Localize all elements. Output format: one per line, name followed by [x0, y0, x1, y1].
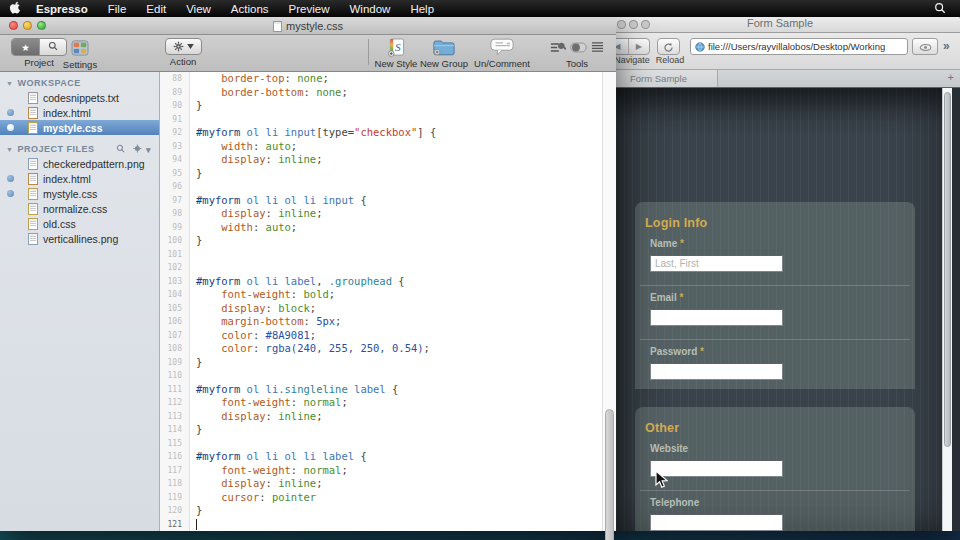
code-line[interactable]: }	[196, 423, 602, 437]
code-line[interactable]: #myform ol li.singleline label {	[196, 383, 602, 397]
code-line[interactable]: width: auto;	[196, 221, 602, 235]
code-line[interactable]: #myform ol li label, .grouphead {	[196, 275, 602, 289]
code-line[interactable]: }	[196, 504, 602, 518]
disclosure-triangle-icon[interactable]: ▼	[6, 80, 13, 87]
menu-item-espresso[interactable]: Espresso	[30, 3, 98, 15]
sidebar-item-index-html[interactable]: index.html	[0, 171, 159, 186]
disclosure-triangle-icon[interactable]: ▼	[6, 146, 13, 153]
email-input[interactable]	[650, 309, 783, 326]
sidebar-item-verticallines-png[interactable]: verticallines.png	[0, 231, 159, 246]
required-asterisk: *	[679, 292, 683, 303]
code-line[interactable]: }	[196, 234, 602, 248]
code-line[interactable]: display: inline;	[196, 477, 602, 491]
editor-scrollbar[interactable]	[602, 72, 616, 531]
code-line[interactable]: #myform ol li ol li label {	[196, 450, 602, 464]
menu-item-preview[interactable]: Preview	[279, 3, 340, 15]
code-line[interactable]: margin-bottom: 5px;	[196, 315, 602, 329]
code-line[interactable]: display: block;	[196, 302, 602, 316]
sidebar-section-gap	[0, 135, 159, 142]
code-line[interactable]	[196, 261, 602, 275]
code-line[interactable]	[196, 180, 602, 194]
sidebar-item-old-css[interactable]: old.css	[0, 216, 159, 231]
menu-item-view[interactable]: View	[176, 3, 221, 15]
code-editor[interactable]: 8889909192939495969798991001011021031041…	[160, 72, 616, 531]
code-line[interactable]: font-weight: bold;	[196, 288, 602, 302]
code-line[interactable]: #myform ol li input[type="checkbox"] {	[196, 126, 602, 140]
required-asterisk: *	[700, 346, 704, 357]
spotlight-icon[interactable]	[920, 2, 960, 16]
action-button[interactable]: Action	[155, 38, 211, 67]
uncomment-button[interactable]: # Un/Comment	[470, 37, 534, 69]
settings-button[interactable]: Settings	[56, 38, 104, 70]
new-tab-button[interactable]: +	[948, 71, 954, 83]
reload-button[interactable]	[657, 38, 680, 55]
line-number: 109	[160, 356, 189, 370]
code-area[interactable]: border-top: none; border-bottom: none;}#…	[196, 72, 602, 531]
code-line[interactable]: color: rgba(240, 255, 250, 0.54);	[196, 342, 602, 356]
chevron-down-icon	[187, 44, 194, 49]
code-line[interactable]	[196, 369, 602, 383]
line-number: 91	[160, 113, 189, 127]
new-style-button[interactable]: S New Style	[372, 37, 420, 69]
code-line[interactable]: font-weight: normal;	[196, 396, 602, 410]
code-line[interactable]: }	[196, 167, 602, 181]
espresso-title-bar[interactable]: mystyle.css	[0, 17, 616, 35]
code-line[interactable]	[196, 248, 602, 262]
menu-item-help[interactable]: Help	[400, 3, 444, 15]
sidebar-item-normalize-css[interactable]: normalize.css	[0, 201, 159, 216]
sidebar-item-mystyle-css[interactable]: mystyle.css	[0, 186, 159, 201]
screen: Espresso File Edit View Actions Preview …	[0, 0, 960, 540]
code-line[interactable]: }	[196, 356, 602, 370]
code-line[interactable]: border-top: none;	[196, 72, 602, 86]
browser-scrollbar-thumb[interactable]	[944, 92, 951, 447]
code-line[interactable]: #myform ol li ol li input {	[196, 194, 602, 208]
code-line[interactable]: display: inline;	[196, 207, 602, 221]
sidebar-item-checkeredpattern-png[interactable]: checkeredpattern.png	[0, 156, 159, 171]
menu-item-window[interactable]: Window	[339, 3, 400, 15]
sidebar-section-header[interactable]: ▼WORKSPACE	[0, 76, 159, 90]
browser-scrollbar[interactable]	[942, 88, 952, 531]
code-line[interactable]	[196, 113, 602, 127]
code-line[interactable]: font-weight: normal;	[196, 464, 602, 478]
code-line[interactable]	[196, 518, 602, 532]
editor-scrollbar-thumb[interactable]	[605, 409, 614, 540]
password-input[interactable]	[650, 363, 783, 380]
file-icon	[28, 218, 38, 230]
code-line[interactable]: display: inline;	[196, 410, 602, 424]
url-field[interactable]: file:///Users/rayvillalobos/Desktop/Work…	[690, 38, 908, 55]
apple-menu-icon[interactable]	[0, 1, 30, 16]
tab-form-sample[interactable]: Form Sample	[600, 70, 718, 87]
sidebar: ▼WORKSPACEcodesnippets.txtindex.htmlmyst…	[0, 72, 160, 531]
code-line[interactable]: border-bottom: none;	[196, 86, 602, 100]
menu-item-file[interactable]: File	[98, 3, 137, 15]
line-number: 103	[160, 275, 189, 289]
new-group-button[interactable]: New Group	[418, 37, 470, 69]
forward-icon[interactable]: ▶	[629, 39, 650, 54]
telephone-input[interactable]	[650, 514, 783, 531]
toolbar-overflow-chevron[interactable]: »	[943, 39, 950, 53]
browser-toolbar: ◀▶ file:///Users/rayvillalobos/Desktop/W…	[600, 33, 960, 70]
new-group-label: New Group	[418, 58, 470, 69]
menu-item-actions[interactable]: Actions	[221, 3, 279, 15]
code-line[interactable]: width: auto;	[196, 140, 602, 154]
star-icon[interactable]: ★	[12, 39, 39, 55]
gear-menu-icon[interactable]: ▾	[133, 144, 151, 155]
code-line[interactable]: display: inline;	[196, 153, 602, 167]
search-icon[interactable]	[116, 144, 125, 155]
code-line[interactable]: }	[196, 99, 602, 113]
name-input[interactable]	[650, 255, 783, 272]
code-line[interactable]	[196, 437, 602, 451]
code-line[interactable]: color: #8A9081;	[196, 329, 602, 343]
sidebar-item-codesnippets-txt[interactable]: codesnippets.txt	[0, 90, 159, 105]
file-icon	[28, 122, 38, 134]
browser-window-title: Form Sample	[600, 17, 960, 29]
sidebar-item-index-html[interactable]: index.html	[0, 105, 159, 120]
code-line[interactable]: cursor: pointer	[196, 491, 602, 505]
sidebar-section-header[interactable]: ▼PROJECT FILES ▾	[0, 142, 159, 156]
preview-eye-button[interactable]	[912, 38, 938, 55]
settings-icon	[71, 40, 89, 56]
tools-group[interactable]: Tools	[545, 37, 609, 69]
sidebar-item-mystyle-css[interactable]: mystyle.css	[0, 120, 159, 135]
menu-item-edit[interactable]: Edit	[136, 3, 176, 15]
website-input[interactable]	[650, 460, 783, 477]
